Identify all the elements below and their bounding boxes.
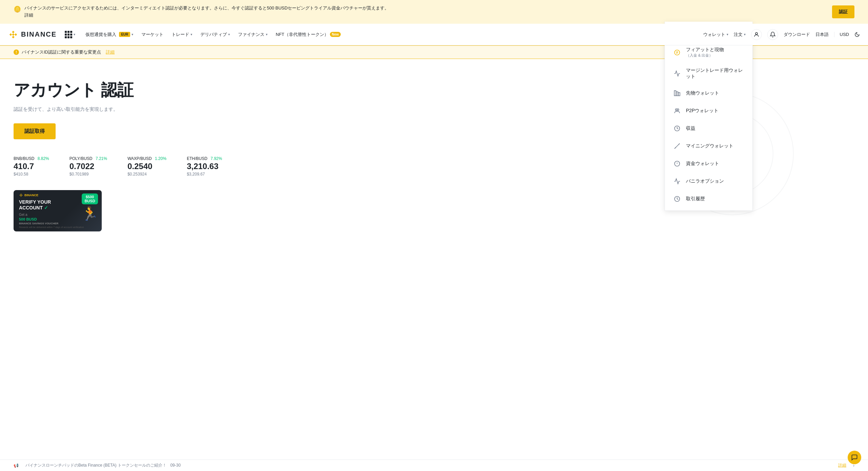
vanilla-label: バニラオプション — [686, 178, 724, 184]
download-button[interactable]: ダウンロード — [784, 32, 810, 38]
fiat-spot-label: フィアットと現物 （入金 & 出金） — [686, 47, 724, 58]
banner-verify-button[interactable]: 認証 — [832, 5, 854, 18]
main-nav: 仮想通貨を購入 EUR ▾ マーケット トレード ▾ デリバティブ ▾ ファイナ… — [82, 29, 703, 40]
svg-marker-14 — [21, 195, 22, 196]
derivatives-chevron: ▾ — [228, 33, 230, 36]
ticker-eth: ETH/BUSD 7.92% 3,210.63 $3,209.67 — [187, 156, 222, 177]
svg-line-28 — [678, 144, 679, 145]
ticker-waxp-price: 0.2540 — [127, 162, 166, 171]
nav-buy-crypto[interactable]: 仮想通貨を購入 EUR ▾ — [82, 29, 137, 40]
ticker-eth-price: 3,210.63 — [187, 162, 222, 171]
earn-icon — [673, 124, 681, 132]
promo-title: VERIFY YOUR ACCOUNT ✓ — [19, 199, 96, 211]
theme-button[interactable] — [854, 32, 860, 37]
wallet-button[interactable]: ウォレット ▾ — [703, 32, 728, 38]
svg-marker-4 — [12, 36, 15, 38]
ticker-eth-label: ETH/BUSD 7.92% — [187, 156, 222, 161]
margin-icon — [673, 69, 681, 78]
ticker-poly-change: 7.21% — [96, 156, 107, 161]
dropdown-earn[interactable]: 収益 — [665, 120, 752, 137]
ticker-bnb-label: BNB/BUSD 8.82% — [14, 156, 49, 161]
banner-content: 🪙 バイナンスのサービスにアクセスするためには、インターミディエイト認証が必要と… — [14, 5, 825, 19]
logo-text: BINANCE — [21, 30, 57, 38]
ticker-poly-usd: $0.701989 — [70, 172, 107, 177]
wallet-chevron-icon: ▾ — [727, 33, 728, 36]
nav-nft[interactable]: NFT（非代替性トークン） New — [272, 29, 344, 40]
banner-detail-link[interactable]: 詳細 — [24, 13, 33, 18]
p2p-icon — [673, 107, 681, 115]
header: BINANCE ▾ 仮想通貨を購入 EUR ▾ マーケット トレード ▾ デリバ… — [0, 24, 868, 45]
ticker-eth-change: 7.92% — [211, 156, 222, 161]
promo-banner[interactable]: BINANCE VERIFY YOUR ACCOUNT ✓ Get a 500 … — [14, 190, 102, 231]
dropdown-history[interactable]: 取引履歴 — [665, 190, 752, 208]
svg-rect-21 — [674, 91, 676, 96]
divider — [834, 32, 834, 37]
new-badge: New — [330, 32, 341, 37]
verify-account-button[interactable]: 認証取得 — [14, 123, 56, 139]
dropdown-mining[interactable]: マイニングウォレット — [665, 137, 752, 155]
svg-rect-22 — [676, 92, 678, 96]
funding-icon — [673, 160, 681, 168]
nav-trade[interactable]: トレード ▾ — [168, 29, 196, 40]
dropdown-p2p[interactable]: P2Pウォレット — [665, 102, 752, 120]
ticker-bnb-change: 8.82% — [38, 156, 49, 161]
svg-marker-2 — [15, 33, 17, 36]
ticker-poly-label: POLY/BUSD 7.21% — [70, 156, 107, 161]
history-label: 取引履歴 — [686, 196, 705, 202]
header-right: ウォレット ▾ 注文 ▾ ダウンロード 日本語 USD — [703, 29, 860, 40]
mining-label: マイニングウォレット — [686, 143, 733, 149]
banner-icon: 🪙 — [14, 5, 21, 13]
user-icon-button[interactable] — [751, 29, 762, 40]
p2p-label: P2Pウォレット — [686, 108, 718, 114]
dropdown-funding[interactable]: 資金ウォレット — [665, 155, 752, 172]
ticker-waxp: WAXP/BUSD 1.20% 0.2540 $0.253924 — [127, 156, 166, 177]
margin-label: マージントレード用ウォレット — [686, 67, 744, 80]
nav-finance[interactable]: ファイナンス ▾ — [235, 29, 271, 40]
ticker-poly-price: 0.7022 — [70, 162, 107, 171]
currency-button[interactable]: USD — [840, 32, 849, 37]
wallet-dropdown: ウォレット概要 フィアットと現物 （入金 & 出金） マージントレード用ウォレッ… — [665, 22, 753, 211]
buy-crypto-chevron: ▾ — [132, 33, 133, 36]
nav-markets[interactable]: マーケット — [138, 29, 167, 40]
svg-marker-3 — [12, 33, 15, 36]
promo-amount: 500 BUSD — [19, 217, 96, 221]
ticker-waxp-label: WAXP/BUSD 1.20% — [127, 156, 166, 161]
promo-voucher-label: BINANCE SAVINGS VOUCHER — [19, 222, 96, 225]
svg-point-5 — [755, 33, 757, 35]
grid-menu-button[interactable]: ▾ — [63, 29, 77, 40]
warning-icon: ! — [14, 49, 19, 55]
svg-point-25 — [677, 109, 679, 110]
svg-marker-1 — [9, 33, 12, 36]
order-chevron-icon: ▾ — [744, 33, 746, 36]
language-button[interactable]: 日本語 — [815, 32, 829, 38]
bell-icon — [770, 32, 776, 38]
promo-logo-icon — [19, 193, 23, 197]
svg-rect-23 — [678, 93, 680, 96]
logo-binance-icon — [8, 29, 18, 40]
banner-text: バイナンスのサービスにアクセスするためには、インターミディエイト認証が必要となり… — [24, 5, 389, 12]
ticker-waxp-change: 1.20% — [155, 156, 166, 161]
user-icon — [753, 32, 760, 38]
svg-marker-12 — [20, 195, 21, 196]
svg-marker-11 — [21, 194, 22, 195]
finance-chevron: ▾ — [266, 33, 268, 36]
dropdown-futures[interactable]: 先物ウォレット — [665, 84, 752, 102]
promo-left: BINANCE VERIFY YOUR ACCOUNT ✓ Get a 500 … — [19, 193, 96, 228]
order-button[interactable]: 注文 ▾ — [734, 32, 746, 38]
logo[interactable]: BINANCE — [8, 29, 57, 40]
ticker-bnb: BNB/BUSD 8.82% 410.7 $410.58 — [14, 156, 49, 177]
vanilla-icon — [673, 177, 681, 185]
grid-icon — [65, 31, 72, 38]
history-icon — [673, 195, 681, 203]
promo-note: Rewards will be delivered within 7 days … — [19, 226, 96, 228]
dropdown-margin[interactable]: マージントレード用ウォレット — [665, 63, 752, 84]
svg-marker-13 — [22, 195, 23, 196]
nav-derivatives[interactable]: デリバティブ ▾ — [197, 29, 233, 40]
notification-icon-button[interactable] — [767, 29, 778, 40]
ticker-poly: POLY/BUSD 7.21% 0.7022 $0.701989 — [70, 156, 107, 177]
warning-detail-link[interactable]: 詳細 — [106, 49, 115, 55]
svg-line-29 — [675, 147, 676, 148]
promo-brand: BINANCE — [19, 193, 96, 197]
dropdown-vanilla[interactable]: バニラオプション — [665, 172, 752, 190]
warning-text: バイナンスID認証に関する重要な変更点 — [22, 49, 101, 55]
